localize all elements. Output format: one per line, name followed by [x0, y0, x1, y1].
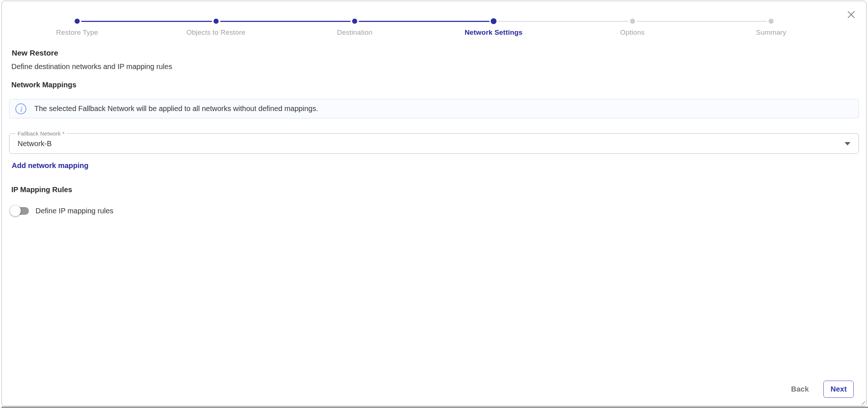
wizard-stepper: Restore Type Objects to Restore Destinat…: [8, 19, 841, 37]
step-connector: [498, 21, 629, 22]
step-dot: [75, 19, 80, 24]
step-dot: [630, 19, 635, 24]
step-label: Options: [620, 28, 645, 37]
step-connector: [637, 21, 767, 22]
step-dot: [491, 18, 497, 24]
ip-mapping-toggle-row: Define IP mapping rules: [10, 205, 859, 216]
step-connector: [220, 21, 351, 22]
step-label: Objects to Restore: [186, 28, 245, 37]
step-label: Summary: [756, 28, 786, 37]
step-dot: [214, 19, 219, 24]
step-dot: [769, 19, 774, 24]
step-connector: [81, 21, 212, 22]
back-button[interactable]: Back: [791, 385, 809, 393]
close-icon: [846, 10, 856, 19]
next-button[interactable]: Next: [823, 381, 854, 398]
ip-mapping-rules-heading: IP Mapping Rules: [11, 186, 859, 194]
dropdown-caret-icon: [845, 142, 850, 145]
step-dot: [352, 19, 357, 24]
step-connector: [359, 21, 490, 22]
info-banner-text: The selected Fallback Network will be ap…: [34, 104, 318, 113]
new-restore-dialog: Restore Type Objects to Restore Destinat…: [1, 1, 867, 406]
network-mappings-heading: Network Mappings: [11, 81, 859, 89]
dialog-content: New Restore Define destination networks …: [9, 49, 859, 216]
close-button[interactable]: [846, 9, 857, 20]
fallback-network-select[interactable]: Fallback Network * Network-B: [9, 133, 859, 154]
info-icon: i: [15, 103, 26, 114]
fallback-network-value: Network-B: [10, 140, 52, 148]
ip-mapping-toggle[interactable]: [10, 205, 29, 216]
toggle-thumb: [10, 205, 21, 216]
step-summary[interactable]: Summary: [702, 19, 841, 37]
info-banner: i The selected Fallback Network will be …: [9, 99, 859, 118]
page-title: New Restore: [12, 49, 859, 57]
dialog-footer: Back Next: [791, 381, 854, 398]
resize-handle[interactable]: [861, 401, 865, 405]
step-label: Network Settings: [465, 28, 522, 37]
backdrop-edge: [1, 407, 868, 408]
page-subtitle: Define destination networks and IP mappi…: [11, 62, 859, 71]
step-label: Destination: [337, 28, 373, 37]
add-network-mapping-link[interactable]: Add network mapping: [12, 161, 88, 170]
step-label: Restore Type: [56, 28, 98, 37]
ip-mapping-toggle-label: Define IP mapping rules: [35, 207, 113, 215]
fallback-network-label: Fallback Network *: [15, 130, 67, 137]
